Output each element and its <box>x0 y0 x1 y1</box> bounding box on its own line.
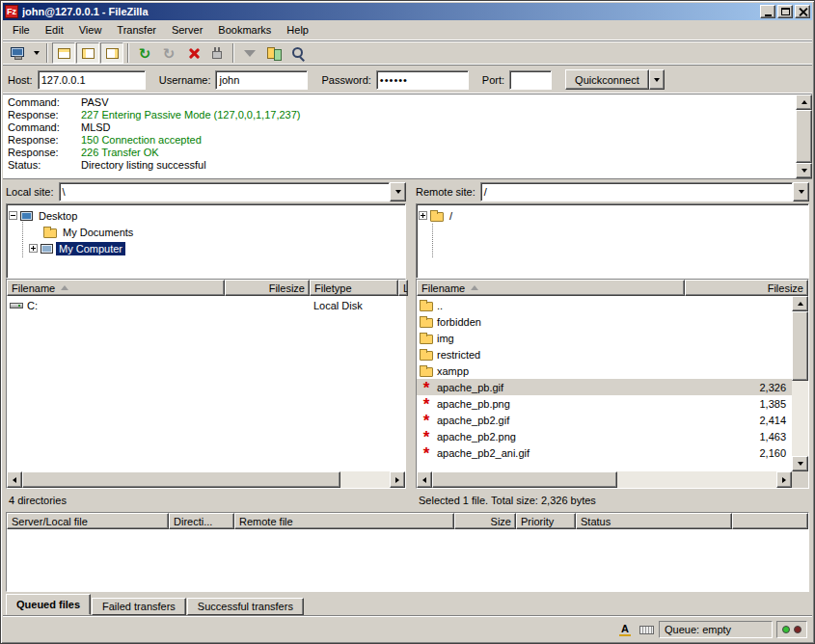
scroll-right-button[interactable] <box>776 471 792 488</box>
quickconnect-dropdown-button[interactable] <box>649 69 665 90</box>
password-input[interactable]: •••••• <box>376 70 469 90</box>
menu-file[interactable]: File <box>5 21 38 39</box>
tree-item-my-documents[interactable]: My Documents <box>9 224 403 240</box>
toolbar <box>3 40 812 66</box>
filter-button[interactable] <box>238 42 261 64</box>
username-input[interactable]: john <box>215 70 308 90</box>
toolbar-separator <box>232 43 234 63</box>
expand-icon[interactable] <box>29 244 38 253</box>
column-header-filetype[interactable]: Filetype <box>310 280 398 296</box>
file-row[interactable]: C: Local Disk <box>7 297 405 313</box>
minimize-button[interactable] <box>760 5 775 18</box>
collapse-icon[interactable] <box>9 211 17 220</box>
menu-view[interactable]: View <box>71 21 110 39</box>
scroll-thumb[interactable] <box>792 311 808 381</box>
file-row[interactable]: apache_pb2.png1,463 <box>417 428 792 444</box>
remote-site-combobox[interactable]: / <box>480 182 809 201</box>
file-row[interactable]: xampp <box>417 362 792 379</box>
scroll-thumb[interactable] <box>796 110 812 163</box>
column-header-direction[interactable]: Directi... <box>169 513 234 529</box>
column-header-size[interactable]: Size <box>454 513 516 529</box>
disconnect-button[interactable] <box>205 42 229 64</box>
menu-transfer[interactable]: Transfer <box>109 21 164 39</box>
file-row[interactable]: img <box>417 330 792 346</box>
local-site-dropdown-button[interactable] <box>390 182 406 201</box>
tree-item-root[interactable]: / <box>419 207 806 224</box>
scroll-down-button[interactable] <box>792 456 808 471</box>
transfer-type-indicator[interactable]: A <box>616 622 634 637</box>
column-header-status[interactable]: Status <box>576 513 732 529</box>
compare-button[interactable] <box>262 42 285 64</box>
scroll-track[interactable] <box>796 110 812 163</box>
column-header-filesize[interactable]: Filesize <box>225 280 310 296</box>
toggle-local-tree-button[interactable] <box>76 42 99 64</box>
file-name: apache_pb2.png <box>437 431 516 443</box>
scroll-thumb[interactable] <box>432 471 617 488</box>
quickconnect-button[interactable]: Quickconnect <box>565 69 649 90</box>
remote-site-dropdown-button[interactable] <box>793 182 809 201</box>
remote-vscrollbar[interactable] <box>792 296 808 471</box>
maximize-button[interactable] <box>777 5 793 18</box>
tree-item-my-computer[interactable]: My Computer <box>9 240 403 256</box>
file-row[interactable]: forbidden <box>417 313 792 330</box>
tree-item-label[interactable]: My Computer <box>56 242 125 255</box>
tab-failed-transfers[interactable]: Failed transfers <box>92 598 186 615</box>
toggle-message-log-button[interactable] <box>52 42 75 64</box>
menu-help[interactable]: Help <box>279 21 316 39</box>
file-row[interactable]: restricted <box>417 346 792 362</box>
connection-status-indicator[interactable] <box>638 622 655 637</box>
column-header-filesize[interactable]: Filesize <box>685 280 808 296</box>
file-row[interactable]: apache_pb2_ani.gif2,160 <box>417 444 792 461</box>
log-scrollbar[interactable] <box>796 94 812 178</box>
menu-server[interactable]: Server <box>164 21 210 39</box>
scroll-left-button[interactable] <box>7 471 22 488</box>
close-button[interactable] <box>795 5 810 18</box>
tree-item-label[interactable]: Desktop <box>36 209 80 223</box>
column-header-priority[interactable]: Priority <box>516 513 576 529</box>
process-queue-button[interactable] <box>157 42 180 64</box>
column-header-filename[interactable]: Filename <box>7 280 225 296</box>
cancel-button[interactable] <box>181 42 204 64</box>
column-header-remote-file[interactable]: Remote file <box>234 513 454 529</box>
refresh-button[interactable] <box>133 42 156 64</box>
scroll-track[interactable] <box>432 471 776 488</box>
scroll-left-button[interactable] <box>417 471 432 488</box>
local-site-value[interactable]: \ <box>59 182 390 201</box>
file-row[interactable]: apache_pb2.gif2,414 <box>417 412 792 428</box>
file-row[interactable]: apache_pb.png1,385 <box>417 395 792 412</box>
scroll-track[interactable] <box>792 311 808 456</box>
menu-bookmarks[interactable]: Bookmarks <box>210 21 279 39</box>
tab-successful-transfers[interactable]: Successful transfers <box>187 598 304 615</box>
toggle-remote-tree-button[interactable] <box>100 42 123 64</box>
file-row[interactable]: .. <box>417 297 792 313</box>
remote-hscrollbar[interactable] <box>417 471 792 488</box>
tree-item-desktop[interactable]: Desktop <box>9 207 403 224</box>
column-header-filename[interactable]: Filename <box>417 280 685 296</box>
scroll-up-button[interactable] <box>796 94 812 110</box>
menu-edit[interactable]: Edit <box>38 21 71 39</box>
scroll-thumb[interactable] <box>22 471 340 488</box>
scroll-up-button[interactable] <box>792 296 808 311</box>
column-header-server-local-file[interactable]: Server/Local file <box>7 513 169 529</box>
expand-icon[interactable] <box>419 211 427 220</box>
local-hscrollbar[interactable] <box>7 471 405 488</box>
tree-item-label[interactable]: My Documents <box>60 226 136 239</box>
column-header-last-modified[interactable]: L <box>398 280 408 296</box>
port-input[interactable] <box>509 70 552 90</box>
site-manager-button[interactable] <box>6 42 29 64</box>
site-manager-dropdown-button[interactable] <box>30 42 42 64</box>
scroll-track[interactable] <box>22 471 390 488</box>
remote-site-value[interactable]: / <box>480 182 793 201</box>
tree-item-label[interactable]: / <box>447 209 455 223</box>
file-row-selected[interactable]: apache_pb.gif2,326 <box>417 379 792 395</box>
scroll-right-button[interactable] <box>390 471 405 488</box>
find-button[interactable] <box>286 42 310 64</box>
host-input[interactable]: 127.0.0.1 <box>38 70 146 90</box>
tab-queued-files[interactable]: Queued files <box>6 594 91 615</box>
filter-icon <box>244 50 256 57</box>
titlebar[interactable]: Fz john@127.0.0.1 - FileZilla <box>3 3 812 20</box>
scroll-down-button[interactable] <box>796 163 812 178</box>
queue-body[interactable] <box>7 529 808 591</box>
folder-icon <box>420 318 433 328</box>
local-site-combobox[interactable]: \ <box>59 182 406 201</box>
